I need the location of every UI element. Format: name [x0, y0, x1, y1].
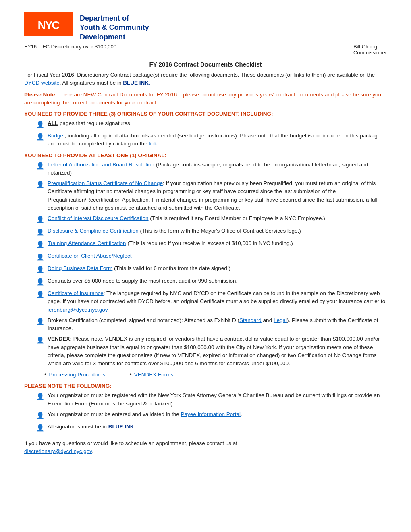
bullet-icon-13: 👤	[36, 335, 45, 345]
processing-link-item: • Processing Procedures	[44, 371, 105, 378]
budget-link[interactable]: Budget	[48, 133, 65, 139]
legal-link[interactable]: Legal	[274, 317, 287, 323]
header-divider	[24, 58, 387, 58]
training-link[interactable]: Training Attendance Certification	[48, 240, 126, 246]
page-title: FY 2016 Contract Documents Checklist	[24, 61, 387, 68]
bullet-icon-9: 👤	[36, 265, 45, 274]
list-item: 👤 Certificate on Client Abuse/Neglect	[36, 252, 387, 262]
vendex-links-row: • Processing Procedures • VENDEX Forms	[24, 371, 387, 378]
commissioner-name: Bill Chong	[353, 44, 377, 50]
please-note-label: Please Note:	[24, 91, 57, 98]
section2-list: 👤 Letter of Authorization and Board Reso…	[24, 161, 387, 368]
bullet-icon-11: 👤	[36, 290, 45, 299]
fy-label: FY16 – FC Discretionary over $100,000	[24, 44, 116, 50]
dycd-website-link[interactable]: DYCD website	[24, 80, 60, 86]
list-item: 👤 Certificate of Insurance: The language…	[36, 289, 387, 314]
vendex-label: VENDEX:	[48, 336, 72, 342]
link-link[interactable]: link	[149, 141, 157, 147]
list-item: 👤 Doing Business Data Form (This is vali…	[36, 264, 387, 274]
client-abuse-link[interactable]: Certificate on Client Abuse/Neglect	[48, 253, 132, 259]
list-item: 👤 VENDEX: Please note, VENDEX is only re…	[36, 335, 387, 368]
svg-text:NYC: NYC	[37, 19, 60, 31]
processing-procedures-link[interactable]: Processing Procedures	[49, 372, 106, 378]
bullet-icon-5: 👤	[36, 215, 45, 224]
bullet-icon-3: 👤	[36, 161, 45, 171]
section1-list: 👤 ALL pages that require signatures. 👤 B…	[24, 119, 387, 148]
insurance-email-link[interactable]: ierenburg@dycd.nyc.gov	[48, 307, 108, 313]
loa-link[interactable]: Letter of Authorization and Board Resolu…	[48, 162, 154, 168]
footer-text1: If you have any questions or would like …	[24, 440, 237, 446]
vendex-forms-link-item: • VENDEX Forms	[129, 371, 173, 378]
intro-paragraph: For Fiscal Year 2016, Discretionary Cont…	[24, 71, 387, 87]
list-item: 👤 ALL pages that require signatures.	[36, 119, 387, 129]
section3-list: 👤 Your organization must be registered w…	[24, 391, 387, 433]
prequalification-link[interactable]: Prequalification Status Certificate of N…	[48, 180, 163, 186]
commissioner-block: Bill Chong Commissioner	[353, 44, 387, 56]
doing-business-link[interactable]: Doing Business Data Form	[48, 265, 112, 271]
dot-bullet-1: •	[44, 371, 47, 378]
bullet-icon-1: 👤	[36, 120, 45, 129]
list-item: 👤 Your organization must be registered w…	[36, 391, 387, 408]
section3-heading: PLEASE NOTE THE FOLLOWING:	[24, 383, 387, 389]
all-label: ALL	[48, 120, 58, 126]
footer-email-link[interactable]: discretionary@dycd.nyc.gov	[24, 448, 92, 454]
list-item: 👤 Letter of Authorization and Board Reso…	[36, 161, 387, 177]
dot-bullet-2: •	[129, 371, 132, 378]
list-item: 👤 Prequalification Status Certificate of…	[36, 179, 387, 212]
standard-link[interactable]: Standard	[239, 317, 262, 323]
commissioner-title: Commissioner	[353, 50, 387, 56]
header: NYC Department of Youth & Community Deve…	[24, 12, 387, 42]
blue-ink-label2: BLUE INK.	[108, 424, 136, 430]
list-item: 👤 Contracts over $5,000 need to supply t…	[36, 277, 387, 287]
orange-note-text: There are NEW Contract Documents for FY …	[24, 91, 381, 106]
list-item: 👤 Your organization must be entered and …	[36, 410, 387, 420]
list-item: 👤 Budget, including all required attachm…	[36, 132, 387, 148]
section2-heading: YOU NEED TO PROVIDE AT LEAST ONE (1) ORI…	[24, 152, 387, 158]
disclosure-link[interactable]: Disclosure & Compliance Certification	[48, 228, 139, 234]
section3: PLEASE NOTE THE FOLLOWING: 👤 Your organi…	[24, 383, 387, 433]
payee-portal-link[interactable]: Payee Information Portal	[181, 411, 241, 417]
bullet-icon-12: 👤	[36, 317, 45, 326]
list-item: 👤 Conflict of Interest Disclosure Certif…	[36, 214, 387, 224]
list-item: 👤 All signatures must be in BLUE INK.	[36, 423, 387, 433]
list-item: 👤 Training Attendance Certification (Thi…	[36, 239, 387, 249]
section1-heading: YOU NEED TO PROVIDE THREE (3) ORIGINALS …	[24, 111, 387, 117]
sub-header: FY16 – FC Discretionary over $100,000 Bi…	[24, 44, 387, 56]
vendex-forms-link[interactable]: VENDEX Forms	[134, 372, 174, 378]
bullet-icon-8: 👤	[36, 252, 45, 262]
bullet-icon-2: 👤	[36, 132, 45, 142]
bullet-icon-15: 👤	[36, 411, 45, 420]
footer-contact: If you have any questions or would like …	[24, 439, 387, 456]
bullet-icon-14: 👤	[36, 392, 45, 401]
blue-ink-label: BLUE INK.	[123, 80, 150, 86]
please-note-paragraph: Please Note: There are NEW Contract Docu…	[24, 91, 387, 107]
cert-insurance-link[interactable]: Certificate of Insurance	[48, 290, 104, 296]
bullet-icon-4: 👤	[36, 180, 45, 189]
conflict-link[interactable]: Conflict of Interest Disclosure Certific…	[48, 215, 149, 221]
bullet-icon-6: 👤	[36, 227, 45, 237]
bullet-icon-7: 👤	[36, 240, 45, 249]
bullet-icon-10: 👤	[36, 277, 45, 287]
department-name: Department of Youth & Community Developm…	[80, 12, 387, 42]
list-item: 👤 Disclosure & Compliance Certification …	[36, 227, 387, 237]
list-item: 👤 Broker's Certification (completed, sig…	[36, 316, 387, 333]
bullet-icon-16: 👤	[36, 423, 45, 433]
nyc-logo: NYC	[24, 12, 73, 36]
